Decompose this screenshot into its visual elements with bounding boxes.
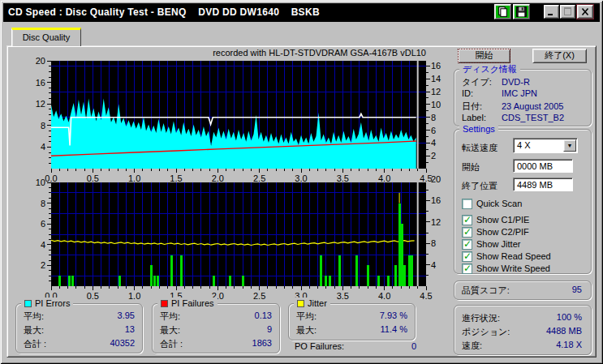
exit-button[interactable]: 終了(X)	[532, 49, 587, 63]
axis-tick-label: 8	[21, 122, 45, 131]
start-button[interactable]: 開始	[458, 49, 510, 63]
checkbox-show-c1-pie[interactable]: Show C1/PIE	[462, 214, 529, 225]
stat-row: 最大:9	[160, 324, 272, 336]
copy-to-clipboard-button[interactable]	[494, 4, 511, 19]
checkbox-label: Quick Scan	[476, 199, 522, 208]
quality-score-group: 品質スコア: 95	[454, 280, 592, 300]
disc-info-row: Label:CDS_TEST_B2	[462, 113, 584, 124]
axis-tick-label: 2	[21, 261, 45, 270]
axis-tick-label: 3.5	[331, 292, 354, 301]
tab-disc-quality[interactable]: Disc Quality	[11, 28, 81, 46]
axis-tick-label: 4	[21, 241, 45, 250]
progress-group: 進行状況:100 %ポジション:4488 MB速度:4.18 X	[454, 305, 592, 355]
copy-icon	[497, 6, 509, 18]
checkbox-show-read-speed[interactable]: Show Read Speed	[462, 251, 551, 262]
pi-errors-color-swatch	[24, 300, 32, 307]
stat-group-title: PI Errors	[21, 298, 73, 309]
axis-tick-label: 8	[21, 199, 45, 208]
po-failures-row: PO Failures: 0	[295, 341, 416, 351]
checkbox-quick-scan[interactable]: Quick Scan	[462, 198, 522, 209]
maximize-icon	[562, 6, 574, 17]
checkbox-label: Show Write Speed	[476, 263, 550, 273]
po-failures-value: 0	[411, 341, 416, 351]
quality-score-value: 95	[572, 285, 582, 297]
axis-tick-label: 4.5	[415, 292, 437, 301]
stat-group-title: PI Failures	[157, 298, 218, 309]
checked-checkbox-icon[interactable]	[462, 239, 472, 250]
stat-group-title: Jitter	[294, 298, 330, 309]
pi-errors-stats-group: PI Errors平均:3.95最大:13合計 :40352	[15, 303, 143, 353]
checked-checkbox-icon[interactable]	[462, 227, 472, 238]
axis-tick-label: 2	[431, 152, 452, 161]
axis-tick-label: 10	[21, 178, 45, 187]
quality-score-label: 品質スコア:	[462, 285, 510, 297]
axis-tick-label: 6	[431, 126, 452, 135]
pi-failures-stats-group: PI Failures平均:0.13最大:9合計 :1863	[152, 303, 280, 353]
axis-tick-label: 6	[21, 220, 45, 229]
close-button[interactable]	[577, 5, 593, 19]
stat-row: 平均:0.13	[160, 310, 272, 322]
axis-tick-label: 12	[431, 218, 452, 227]
checkbox-label: Show Read Speed	[476, 251, 551, 261]
start-position-field[interactable]: 0000 MB	[513, 159, 573, 173]
minimize-button[interactable]	[544, 5, 559, 19]
axis-tick-label: 4.0	[373, 292, 396, 301]
axis-tick-label: 2.5	[248, 292, 271, 301]
checkbox-label: Show Jitter	[476, 239, 520, 249]
axis-tick-label: 12	[431, 88, 452, 96]
checkbox-label: Show C1/PIE	[476, 215, 529, 225]
disc-info-group: ディスク情報 タイプ:DVD-RID:IMC JPN日付:23 August 2…	[454, 69, 592, 126]
stat-row: 合計 :1863	[160, 338, 272, 349]
checkbox-label: Show C2/PIF	[476, 227, 529, 237]
axis-tick-label: 4	[21, 143, 45, 152]
maximize-button[interactable]	[560, 5, 575, 19]
checked-checkbox-icon[interactable]	[462, 215, 472, 225]
progress-row: 速度:4.18 X	[462, 340, 582, 351]
axis-tick-label: 1.0	[123, 292, 146, 301]
main-panel: recorded with HL-DT-STDVDRAM GSA-4167B v…	[6, 45, 597, 358]
disc-info-row: ID:IMC JPN	[462, 88, 584, 100]
axis-tick-label: 10	[431, 101, 452, 109]
checkbox-show-write-speed[interactable]: Show Write Speed	[462, 263, 550, 274]
checkbox-show-jitter[interactable]: Show Jitter	[462, 238, 520, 250]
stat-row: 平均:3.95	[24, 310, 135, 322]
axis-tick-label: 4	[431, 261, 452, 270]
end-position-field[interactable]: 4489 MB	[513, 178, 573, 191]
unchecked-checkbox-icon[interactable]	[462, 199, 472, 209]
checked-checkbox-icon[interactable]	[462, 263, 472, 274]
axis-tick-label: 16	[21, 79, 45, 88]
progress-row: ポジション:4488 MB	[462, 326, 582, 337]
stat-row: 最大:13	[24, 324, 135, 336]
pi-failures-color-swatch	[161, 300, 168, 307]
axis-tick-label: 0.5	[81, 292, 104, 301]
speed-combobox[interactable]: 4 X	[513, 138, 578, 153]
stat-row: 合計 :40352	[24, 338, 135, 349]
stat-row: 平均:7.93 %	[296, 310, 407, 322]
checkbox-show-c2-pif[interactable]: Show C2/PIF	[462, 226, 529, 238]
progress-row: 進行状況:100 %	[462, 312, 582, 323]
axis-tick-label: 4	[431, 139, 452, 148]
start-button-label: 開始	[476, 50, 493, 60]
axis-tick-label: 14	[431, 75, 452, 84]
po-failures-label: PO Failures:	[295, 341, 344, 351]
tab-label: Disc Quality	[23, 32, 71, 42]
pi-errors-chart: 0.00.51.01.52.02.53.03.54.04.54812162024…	[45, 55, 432, 185]
end-position-label: 終了位置	[462, 180, 497, 191]
axis-tick-label: 16	[431, 196, 452, 205]
axis-tick-label: 20	[21, 57, 45, 66]
jitter-stats-group: Jitter平均:7.93 %最大:11.4 %	[288, 303, 416, 340]
stat-row: 最大:11.4 %	[296, 324, 407, 336]
speed-combobox-value: 4 X	[517, 140, 531, 150]
transfer-speed-label: 転送速度	[462, 142, 497, 152]
exit-button-label: 終了(X)	[545, 50, 575, 60]
disc-info-title: ディスク情報	[459, 63, 520, 75]
save-button[interactable]	[513, 4, 530, 19]
close-icon	[579, 6, 591, 17]
chevron-down-icon[interactable]	[563, 139, 576, 152]
checked-checkbox-icon[interactable]	[462, 251, 472, 262]
disc-info-row: 日付:23 August 2005	[462, 101, 584, 112]
settings-group: Settings 転送速度 4 X 開始 0000 MB 終了位置 4489 M…	[454, 129, 592, 274]
start-position-label: 開始	[462, 161, 480, 172]
axis-tick-label: 20	[431, 175, 452, 184]
disc-info-row: タイプ:DVD-R	[462, 76, 584, 88]
